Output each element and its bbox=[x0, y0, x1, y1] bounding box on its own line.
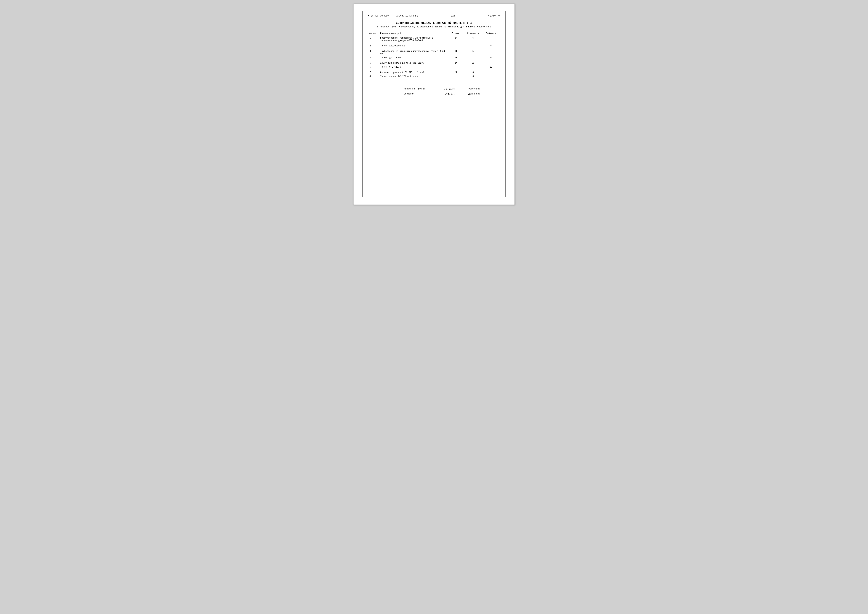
row-unit: " bbox=[448, 74, 464, 78]
signature-section: Начальник группы ⟨ Моссеs– Рогожкина Сос… bbox=[368, 87, 500, 95]
page-border: А-ІУ-600-0480.90 Альбом 10 книга I 125 С… bbox=[363, 11, 505, 197]
row-add bbox=[482, 49, 500, 56]
row-unit: " bbox=[448, 65, 464, 69]
row-name: Хомут для крепления труб СТД 612/7 bbox=[379, 61, 448, 65]
row-unit: М bbox=[448, 56, 464, 60]
page: А-ІУ-600-0480.90 Альбом 10 книга I 125 С… bbox=[353, 3, 515, 205]
row-add: 5 bbox=[482, 44, 500, 48]
row-exclude: 5 bbox=[464, 36, 482, 43]
author-signature-written: ∂²ϑ.ϑ.–ƒ bbox=[436, 92, 465, 95]
row-name: То же, СТД 612/6 bbox=[379, 65, 448, 69]
col-header-unit: Ед.изм. bbox=[448, 31, 464, 36]
row-add bbox=[482, 36, 500, 43]
row-unit: " bbox=[448, 44, 464, 48]
row-num: 7 bbox=[368, 70, 379, 74]
row-unit: М2 bbox=[448, 70, 464, 74]
row-spacer bbox=[368, 48, 500, 49]
header-left: А-ІУ-600-0480.90 Альбом 10 книга I bbox=[368, 15, 418, 17]
col-header-add: Добавить bbox=[482, 31, 500, 36]
row-name: То же, АИОIO.000-02 bbox=[379, 44, 448, 48]
row-add: 97 bbox=[482, 56, 500, 60]
col-header-num: №№ пп bbox=[368, 31, 379, 36]
row-name: То же, д-57х3 мм bbox=[379, 56, 448, 60]
row-name: То же, эмалью БТ-177 в 2 слоя bbox=[379, 74, 448, 78]
row-add: 29 bbox=[482, 65, 500, 69]
author-label: Составил bbox=[404, 93, 432, 95]
table-row: 8То же, эмалью БТ-177 в 2 слоя"6 bbox=[368, 74, 500, 78]
row-unit: шт bbox=[448, 61, 464, 65]
row-add bbox=[482, 74, 500, 78]
doc-number: А-ІУ-600-0480.90 bbox=[368, 15, 389, 17]
row-exclude: 29 bbox=[464, 61, 482, 65]
row-exclude bbox=[464, 65, 482, 69]
table-row: IВоздухосборник горизонтальный проточный… bbox=[368, 36, 500, 43]
row-add bbox=[482, 61, 500, 65]
row-name: Воздухосборник горизонтальный проточный … bbox=[379, 36, 448, 43]
header-page: 125 bbox=[451, 15, 455, 17]
album-info: Альбом 10 книга I bbox=[396, 15, 418, 17]
works-table: №№ пп Наименование работ Ед.изм. Исключи… bbox=[368, 31, 500, 78]
row-exclude: 6 bbox=[464, 70, 482, 74]
row-spacer bbox=[368, 60, 500, 61]
row-num: 3 bbox=[368, 49, 379, 56]
row-name: Окраска грунтовкой ГФ-02I в I слой bbox=[379, 70, 448, 74]
table-row: 4То же, д-57х3 ммМ97 bbox=[368, 56, 500, 60]
author-name: Демьянова bbox=[468, 93, 480, 95]
table-row: 5Хомут для крепления труб СТД 612/7шт29 bbox=[368, 61, 500, 65]
row-num: 2 bbox=[368, 44, 379, 48]
header-right: С Ф1009 -12 bbox=[488, 15, 500, 17]
chief-name: Рогожкина bbox=[468, 88, 480, 90]
author-signature-row: Составил ∂²ϑ.ϑ.–ƒ Демьянова bbox=[404, 92, 500, 95]
row-exclude: 6 bbox=[464, 74, 482, 78]
table-row: 3Трубопровод из стальных электросварных … bbox=[368, 49, 500, 56]
row-name: Трубопровод из стальных электросварных т… bbox=[379, 49, 448, 56]
row-spacer bbox=[368, 69, 500, 70]
row-exclude bbox=[464, 44, 482, 48]
col-header-name: Наименование работ bbox=[379, 31, 448, 36]
row-spacer bbox=[368, 42, 500, 44]
chief-signature-written: ⟨ Моссеs– bbox=[436, 87, 465, 90]
table-container: №№ пп Наименование работ Ед.изм. Исключи… bbox=[368, 31, 500, 78]
row-num: 4 bbox=[368, 56, 379, 60]
col-header-exclude: Исключить bbox=[464, 31, 482, 36]
table-row: 6То же, СТД 612/6"29 bbox=[368, 65, 500, 69]
row-exclude: 97 bbox=[464, 49, 482, 56]
row-exclude bbox=[464, 56, 482, 60]
chief-label: Начальник группы bbox=[404, 88, 432, 90]
title-sub: к типовому проекту сооружения, встроенно… bbox=[368, 26, 500, 28]
row-unit: шт bbox=[448, 36, 464, 43]
row-num: I bbox=[368, 36, 379, 43]
title-section: ДОПОЛНИТЕЛЬНЫЕ ОБЪЕМЫ К ЛОКАЛЬНОЙ СМЕТЕ … bbox=[368, 22, 500, 28]
table-row: 7Окраска грунтовкой ГФ-02I в I слойМ26 bbox=[368, 70, 500, 74]
row-add bbox=[482, 70, 500, 74]
chief-signature-row: Начальник группы ⟨ Моссеs– Рогожкина bbox=[404, 87, 500, 90]
header: А-ІУ-600-0480.90 Альбом 10 книга I 125 С… bbox=[368, 15, 500, 17]
table-row: 2То же, АИОIO.000-02"5 bbox=[368, 44, 500, 48]
row-unit: М bbox=[448, 49, 464, 56]
row-num: 6 bbox=[368, 65, 379, 69]
row-num: 5 bbox=[368, 61, 379, 65]
row-num: 8 bbox=[368, 74, 379, 78]
title-main: ДОПОЛНИТЕЛЬНЫЕ ОБЪЕМЫ К ЛОКАЛЬНОЙ СМЕТЕ … bbox=[368, 22, 500, 25]
